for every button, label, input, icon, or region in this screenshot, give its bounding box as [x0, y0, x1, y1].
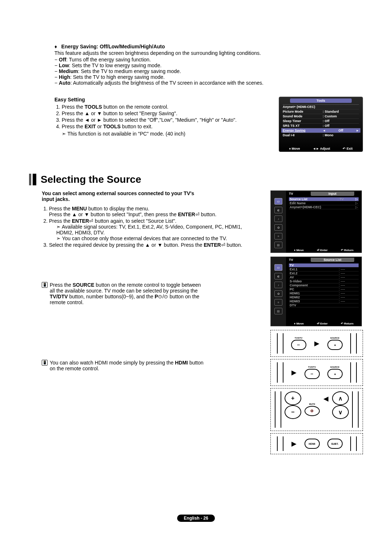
tools-title: Tools	[290, 98, 352, 103]
pointer-arrow-icon: ▶	[314, 340, 320, 346]
enter-icon: ⏎	[221, 242, 225, 248]
source-row: TV	[289, 263, 359, 267]
tools-row-sleep: Sleep Timer: Off	[283, 118, 359, 123]
tools-row-energy: Energy Saving ◄Off►	[281, 128, 360, 133]
remote-tip-2: 📱 You can also watch HDMI mode simply by…	[42, 360, 260, 371]
sidebar-icon: ◐	[274, 273, 282, 279]
selecting-source-heading: Selecting the Source	[29, 174, 363, 185]
tvdtv-button: ▭	[305, 369, 320, 379]
easy-setting-section: Easy Setting Press the TOOLS button on t…	[54, 97, 261, 152]
source-row: Ext.1: ----	[289, 267, 359, 271]
ch-up-icon: ⊙	[158, 294, 162, 299]
heading-bar-icon	[33, 174, 36, 185]
footer-exit: ↶ Exit	[343, 147, 352, 150]
source-row: S-Video: ----	[289, 279, 359, 283]
mute-button: 🔇	[305, 406, 320, 416]
source-row: DTV	[289, 303, 359, 307]
sidebar-icon: ◐	[274, 207, 282, 213]
source-osd-title: Source List	[311, 258, 354, 262]
source-row: HDMI3: ----	[289, 299, 359, 303]
easy-steps: Press the TOOLS button on the remote con…	[54, 104, 261, 129]
source-row: Component: ----	[289, 283, 359, 287]
source-row: AV: ----	[289, 275, 359, 279]
input-row-anynet: Anynet+(HDMI-CEC)▷	[289, 205, 359, 209]
tools-row-srs: SRS TS XT: Off	[283, 123, 359, 128]
enter-icon: ⏎	[195, 211, 200, 217]
sidebar-input-icon: ▭	[274, 198, 282, 205]
remote-frame-icon	[350, 436, 357, 451]
osd-tv-label: TV	[286, 191, 307, 197]
opt-low: Low: Sets the TV to low energy saving mo…	[54, 63, 363, 68]
source-row: Ext.2: ----	[289, 271, 359, 275]
step-2: Press the ENTER⏎ button again, to select…	[49, 218, 260, 241]
energy-body: This feature adjusts the screen brightne…	[54, 50, 363, 56]
remote-frame-icon	[350, 333, 357, 354]
source-list-osd: ▭ ◐ ♪ ✿ ≡ ▤ TV Source List TVExt.1: ----…	[270, 257, 362, 326]
step-1: Press the MENU button to display the men…	[49, 206, 260, 217]
remote-frame-icon	[277, 333, 283, 354]
left-arrow-icon: ◄	[323, 129, 326, 132]
source-steps: Press the MENU button to display the men…	[42, 206, 260, 248]
step-2-note-1: Available signal sources: TV, Ext.1, Ext…	[56, 224, 260, 235]
sidebar-icon: ▤	[274, 308, 282, 314]
source-row: HDMI2: ----	[289, 295, 359, 299]
remote-diagram-3: + − MUTE 🔇 ◀ ∧ ∨	[270, 388, 363, 431]
ch-down-icon: ⊙	[164, 294, 168, 299]
bullet-icon: ♦	[54, 44, 60, 49]
remote-frame-icon	[277, 436, 283, 451]
subt-button: SUBT.	[327, 439, 343, 449]
remote-diagram-1: TV/DTV ▭ ▶ SOURCE ⎆	[270, 330, 363, 357]
remote-tip-1: 📱 Press the SOURCE button on the remote …	[42, 282, 260, 305]
ch-up-button: ∧	[332, 391, 349, 405]
right-arrow-icon: ▷	[355, 201, 358, 205]
remote-diagram-2: ▶ TV/DTV ▭ SOURCE ⎆	[270, 359, 363, 386]
ch-down-button: ∨	[332, 405, 349, 419]
remote-frame-icon	[277, 362, 283, 383]
tools-row-dual: Dual I-II: Mono	[283, 133, 359, 137]
sidebar-icon: ♪	[274, 282, 282, 288]
input-osd-title: Input	[311, 192, 354, 196]
sidebar-icon: ≡	[274, 233, 282, 239]
tools-footer: ♦ Move ◄► Adjust ↶ Exit	[279, 146, 363, 152]
vol-down-button: −	[285, 405, 301, 419]
right-arrow-icon: ►	[356, 129, 359, 132]
opt-auto: Auto: Automatically adjusts the brightne…	[54, 80, 363, 86]
remote-icon: 📱	[42, 282, 48, 288]
input-row-edit: Edit Name▷	[289, 201, 359, 205]
enter-icon: ⏎	[89, 218, 93, 224]
remote-icon: 📱	[42, 360, 48, 366]
remote-diagram-4: ▶ HDMI SUBT.	[270, 433, 363, 454]
tools-row-anynet: Anynet+ (HDMI-CEC)	[283, 104, 359, 109]
osd-sidebar: ▭ ◐ ♪ ✿ ≡ ▤	[271, 191, 286, 253]
easy-heading: Easy Setting	[54, 97, 261, 102]
energy-options: Off: Turns off the energy saving functio…	[54, 57, 363, 86]
easy-note: This function is not available in "PC" m…	[62, 131, 261, 137]
easy-step-1: Press the TOOLS button on the remote con…	[62, 104, 261, 110]
sidebar-icon: ♪	[274, 215, 282, 222]
footer-move: ♦ Move	[289, 147, 300, 150]
input-osd-footer: ♦ Move ⏎ Enter ↶ Return	[286, 248, 362, 253]
source-button: ⎆	[327, 340, 343, 350]
sidebar-icon: ✿	[274, 290, 282, 297]
intro-text: You can select among external sources co…	[42, 190, 201, 202]
footer-adjust: ◄► Adjust	[313, 147, 330, 150]
source-row: HDMI1: ----	[289, 291, 359, 295]
source-row: PC: ----	[289, 287, 359, 291]
pointer-arrow-icon: ▶	[291, 370, 297, 375]
sidebar-icon: ▤	[274, 242, 282, 248]
easy-step-3: Press the ◄ or ► button to select the "O…	[62, 117, 261, 123]
section-title: Selecting the Source	[41, 174, 141, 185]
osd-tv-label: TV	[286, 257, 307, 263]
heading-bar-icon	[29, 174, 31, 185]
page-number: English - 26	[177, 515, 215, 522]
manual-page: ♦ Energy Saving: Off/Low/Medium/High/Aut…	[0, 0, 392, 540]
source-button: ⎆	[327, 369, 343, 379]
hdmi-button: HDMI	[305, 439, 320, 449]
input-osd: ▭ ◐ ♪ ✿ ≡ ▤ TV Input Source List: TV▷ Ed…	[270, 190, 362, 253]
vol-up-button: +	[285, 391, 301, 405]
tools-osd: Tools Anynet+ (HDMI-CEC) Picture Mode: S…	[279, 97, 363, 152]
easy-step-2: Press the ▲ or ▼ button to select "Energ…	[62, 110, 261, 116]
tools-row-sound: Sound Mode: Custom	[283, 114, 359, 118]
energy-heading: Energy Saving: Off/Low/Medium/High/Auto	[61, 44, 165, 49]
source-osd-footer: ♦ Move ⏎ Enter ↶ Return	[286, 321, 362, 326]
